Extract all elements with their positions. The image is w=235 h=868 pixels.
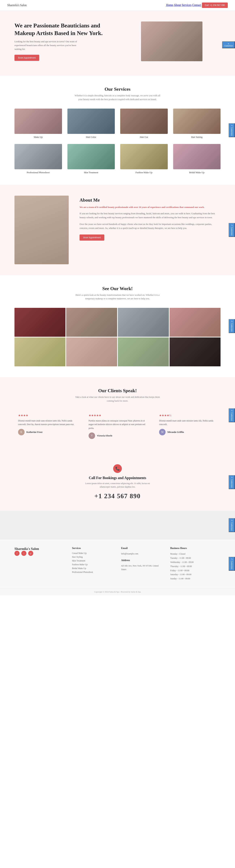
testimonial-card-2: ★★★★★ Porttior masse platea ut consequat… xyxy=(85,410,150,442)
footer-address-title: Address xyxy=(121,559,163,562)
work-row-2 xyxy=(14,337,221,366)
service-label-photoshoot: Professional Photoshoot xyxy=(14,171,62,174)
service-label-hairsetting: Hair Setting xyxy=(173,136,221,138)
about-photo xyxy=(14,196,69,264)
footer-logo: Sharmila's Salon xyxy=(14,547,65,551)
service-item-fashion: Fashion Make Up xyxy=(120,144,168,174)
service-img-makeup xyxy=(14,108,62,134)
footer-grid: Sharmila's Salon f t p Services Casual M… xyxy=(14,547,221,581)
testimonials-customize-button[interactable]: ✎ Customize xyxy=(229,408,235,422)
work-img-7 xyxy=(118,337,169,366)
service-img-haircut xyxy=(120,108,168,134)
service-item-bridal: Bridal Make Up xyxy=(173,144,221,174)
testimonial-card-1: ★★★★ Dixmut mundi mare unde sane mixture… xyxy=(14,410,80,442)
hours-sat: Saturday - 11:00 - 09:00 xyxy=(170,572,221,577)
footer-hours-title: Business Hours xyxy=(170,547,221,550)
work-img-3 xyxy=(118,308,169,337)
footer-service-1: Casual Make Up xyxy=(72,552,114,555)
author-name-3: Miranda Griffin xyxy=(167,431,184,434)
work-img-5 xyxy=(14,337,65,366)
hero-book-button[interactable]: Book Appointment xyxy=(14,55,39,61)
service-item-photoshoot: Professional Photoshoot xyxy=(14,144,62,174)
footer-contact: Email info@example.com Address 425 6th A… xyxy=(121,547,163,581)
footer-service-4: Fashion Make Up xyxy=(72,563,114,566)
author-avatar-3: M xyxy=(159,429,166,435)
testimonial-text-1: Dixmut mundi mare unde sane mixture tant… xyxy=(18,419,76,426)
stars-3: ★★★★½ xyxy=(159,414,217,417)
service-item-skin: Skin Treatment xyxy=(67,144,115,174)
testimonial-card-3: ★★★★½ Dixmut mundi mare unde sane mixtur… xyxy=(155,410,221,442)
service-img-skin xyxy=(67,144,115,169)
social-twitter[interactable]: t xyxy=(21,551,26,556)
hero-divider xyxy=(0,72,235,76)
about-customize-button[interactable]: ✎ Customize xyxy=(229,223,235,237)
hero-photo xyxy=(141,22,202,61)
service-img-haircolor xyxy=(67,108,115,134)
services-grid: Make Up Hair Color Hair Cut Hair Setting… xyxy=(14,108,221,174)
footer-services-list: Casual Make Up Hair Styling Skin Treatme… xyxy=(72,552,114,574)
service-img-bridal xyxy=(173,144,221,169)
footer-service-3: Skin Treatment xyxy=(72,559,114,562)
hours-mon: Monday - Closed xyxy=(170,552,221,556)
about-para2: Over the years we have served hundreds o… xyxy=(80,222,221,230)
work-gallery xyxy=(14,308,221,366)
hours-tue: Tuesday - 11:00 - 09:00 xyxy=(170,556,221,560)
work-img-6 xyxy=(66,337,117,366)
cta-phone-section: 📞 Call For Bookings and Appointments Lor… xyxy=(0,454,235,511)
testimonial-author-1: K Katherine Frost xyxy=(18,429,76,435)
hours-spacer xyxy=(14,518,221,532)
work-img-4 xyxy=(170,308,221,337)
author-avatar-1: K xyxy=(18,429,25,435)
about-title: About Me xyxy=(80,197,221,203)
testimonials-subtitle: Take a look at what our clients have to … xyxy=(72,395,163,403)
service-item-hairsetting: Hair Setting xyxy=(173,108,221,138)
work-section: See Our Work! Here's a quick look at the… xyxy=(0,275,235,377)
services-customize-button[interactable]: ✎ Customize xyxy=(229,123,235,137)
footer-services: Services Casual Make Up Hair Styling Ski… xyxy=(72,547,114,581)
social-icons: f t p xyxy=(14,551,65,556)
cta-heading: Call For Bookings and Appointments xyxy=(14,476,221,480)
about-book-button[interactable]: Book Appointment xyxy=(80,235,104,241)
phone-icon: 📞 xyxy=(113,464,122,473)
stars-2: ★★★★★ xyxy=(89,414,146,417)
footer-customize-button[interactable]: ✎ Customize xyxy=(229,557,235,571)
hero-description: Looking for the best beauty and spa serv… xyxy=(14,40,80,51)
services-subtitle: Whether it is simple threading, haircuts… xyxy=(72,94,163,101)
author-name-2: Victoria Eberle xyxy=(97,434,112,437)
service-item-haircut: Hair Cut xyxy=(120,108,168,138)
nav-contact[interactable]: Contact xyxy=(192,3,201,6)
service-label-makeup: Make Up xyxy=(14,136,62,138)
testimonials-title: Our Clients Speak! xyxy=(14,388,221,394)
testimonials-grid: ★★★★ Dixmut mundi mare unde sane mixture… xyxy=(14,410,221,442)
about-content: About Me We are a team of 8 certified be… xyxy=(80,196,221,241)
nav-services[interactable]: Services xyxy=(182,3,192,6)
copyright: Copyright © 2024 Salon & Spa - Powered b… xyxy=(94,591,141,593)
testimonial-text-3: Dixmut mundi mare unde sane mixture tant… xyxy=(159,419,217,426)
work-row-1 xyxy=(14,308,221,337)
nav-cta-button[interactable]: Call: +1 234 567 890 xyxy=(202,3,228,8)
social-facebook[interactable]: f xyxy=(14,551,20,556)
footer-email-title: Email xyxy=(121,547,163,550)
hero-image xyxy=(123,22,221,61)
author-name-1: Katherine Frost xyxy=(26,431,42,434)
stars-1: ★★★★ xyxy=(18,414,76,417)
navbar: Sharmila's Salon Home About Services Con… xyxy=(0,0,235,11)
cta-customize-button[interactable]: ✎ Customize xyxy=(229,475,235,489)
hours-customize-button[interactable]: ✎ Customize xyxy=(229,518,235,532)
about-section: About Me We are a team of 8 certified be… xyxy=(0,185,235,275)
service-label-haircut: Hair Cut xyxy=(120,136,168,138)
social-pinterest[interactable]: p xyxy=(28,551,33,556)
work-customize-button[interactable]: ✎ Customize xyxy=(229,319,235,333)
hero-customize-button[interactable]: ✎ Customize xyxy=(222,41,235,48)
nav-about[interactable]: About xyxy=(174,3,181,6)
nav-home[interactable]: Home xyxy=(166,3,173,6)
services-section: Our Services Whether it is simple thread… xyxy=(0,76,235,185)
work-title: See Our Work! xyxy=(14,286,221,291)
service-label-skin: Skin Treatment xyxy=(67,171,115,174)
footer-service-6: Professional Photoshoot xyxy=(72,571,114,574)
testimonial-author-3: M Miranda Griffin xyxy=(159,429,217,435)
nav-logo: Sharmila's Salon xyxy=(7,4,27,7)
cta-description: Lorem ipsum dolor sit amet, consectetur … xyxy=(81,482,154,489)
about-para1: If you are looking for the best beauty s… xyxy=(80,212,221,219)
service-item-makeup: Make Up xyxy=(14,108,62,138)
